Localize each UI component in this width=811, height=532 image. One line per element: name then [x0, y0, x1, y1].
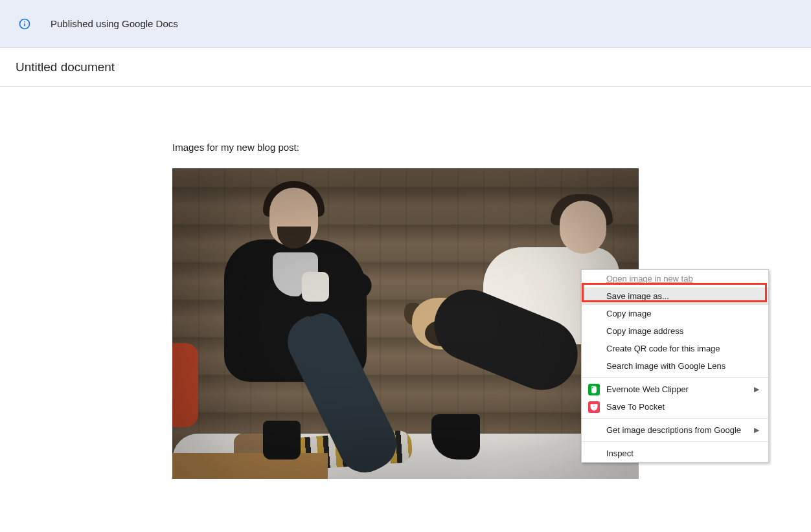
menu-get-image-descriptions[interactable]: Get image descriptions from Google ▶ [582, 421, 768, 439]
menu-label: Save image as... [606, 291, 669, 301]
menu-label: Copy image [606, 309, 651, 318]
info-icon [18, 17, 31, 30]
blog-image[interactable] [172, 168, 639, 479]
menu-label: Evernote Web Clipper [606, 384, 689, 394]
menu-inspect[interactable]: Inspect [582, 445, 768, 462]
menu-separator [582, 418, 768, 419]
menu-label: Open image in new tab [606, 274, 693, 283]
menu-label: Get image descriptions from Google [606, 425, 741, 435]
body-caption: Images for my new blog post: [172, 142, 639, 153]
document-title: Untitled document [16, 60, 795, 74]
menu-evernote-web-clipper[interactable]: Evernote Web Clipper ▶ [582, 381, 768, 398]
submenu-arrow-icon: ▶ [754, 385, 759, 393]
menu-copy-image[interactable]: Copy image [582, 305, 768, 322]
menu-open-image-new-tab[interactable]: Open image in new tab [582, 270, 768, 287]
banner-text: Published using Google Docs [51, 18, 178, 29]
menu-copy-image-address[interactable]: Copy image address [582, 322, 768, 340]
menu-label: Save To Pocket [606, 402, 665, 412]
menu-label: Search image with Google Lens [606, 361, 725, 371]
menu-save-image-as[interactable]: Save image as... [582, 287, 768, 305]
menu-label: Create QR code for this image [606, 344, 720, 353]
pocket-icon [588, 401, 600, 413]
menu-label: Copy image address [606, 326, 683, 336]
menu-separator [582, 441, 768, 442]
evernote-icon [588, 384, 600, 395]
document-header: Untitled document [0, 48, 811, 87]
menu-search-google-lens[interactable]: Search image with Google Lens [582, 357, 768, 375]
context-menu: Open image in new tab Save image as... C… [581, 269, 769, 463]
menu-create-qr-code[interactable]: Create QR code for this image [582, 340, 768, 357]
svg-point-2 [24, 21, 25, 22]
submenu-arrow-icon: ▶ [754, 426, 759, 434]
menu-separator [582, 377, 768, 378]
menu-label: Inspect [606, 449, 634, 458]
menu-save-to-pocket[interactable]: Save To Pocket [582, 398, 768, 416]
published-banner: Published using Google Docs [0, 0, 811, 48]
